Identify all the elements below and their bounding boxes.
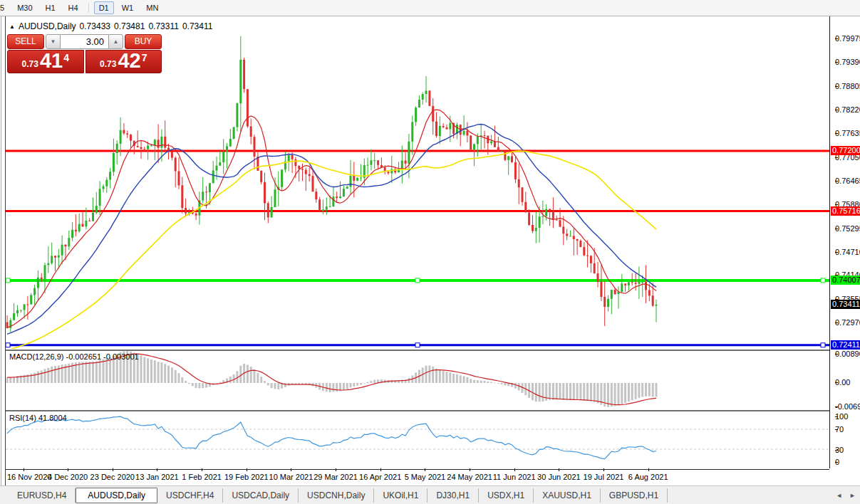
date-tick — [514, 468, 515, 471]
date-tick — [157, 468, 157, 471]
volume-increase-button[interactable]: ▲ — [108, 34, 123, 49]
tab-usdcnh-daily[interactable]: USDCNH,Daily — [299, 488, 374, 503]
volume-decrease-button[interactable]: ▼ — [46, 34, 61, 49]
tab-dj30-h1[interactable]: DJ30,H1 — [428, 488, 479, 503]
date-tick — [68, 468, 68, 471]
toolbar-separator — [88, 3, 89, 13]
trading-platform-window: 5 M30 H1 H4 D1 W1 MN 16 Nov 20204 Dec 20… — [0, 0, 860, 504]
one-click-trade-widget: SELL ▼ ▲ BUY 0.73 41 4 0.73 42 7 — [7, 34, 162, 73]
hline-price-tag: 0.77200 — [831, 146, 860, 155]
hline-price-tag: 0.75716 — [831, 206, 860, 216]
tab-usdcad-daily[interactable]: USDCAD,Daily — [223, 488, 299, 503]
rsi-indicator-panel[interactable] — [6, 410, 829, 470]
date-label: 1 Feb 2021 — [182, 473, 222, 481]
date-label: 16 Apr 2021 — [359, 473, 401, 481]
date-label: 13 Jan 2021 — [135, 473, 179, 481]
tab-usdx-h1[interactable]: USDX,H1 — [479, 488, 534, 503]
date-tick — [113, 468, 113, 471]
date-label: 10 Mar 2021 — [269, 473, 314, 481]
date-tick — [380, 468, 381, 471]
tab-scroll-right-icon[interactable]: ► — [849, 492, 856, 499]
date-tick — [24, 468, 24, 471]
price-tick-label: 0.72970 — [835, 318, 860, 327]
date-tick — [247, 468, 247, 471]
sell-price-pip: 4 — [63, 52, 69, 63]
sell-button[interactable]: SELL — [7, 34, 44, 49]
timeframe-button-d1[interactable]: D1 — [94, 1, 114, 14]
window-border-outer — [1, 16, 1, 485]
date-tick — [648, 468, 649, 471]
timeframe-button-m5[interactable]: 5 — [0, 1, 9, 14]
date-tick — [425, 468, 425, 471]
sell-price-prefix: 0.73 — [22, 59, 38, 69]
buy-price-tile[interactable]: 0.73 42 7 — [86, 50, 162, 73]
quote-low: 0.73311 — [148, 21, 179, 31]
tab-audusd-daily[interactable]: AUDUSD,Daily — [76, 488, 157, 503]
tab-ukoil-h1[interactable]: UKOil,H1 — [374, 488, 428, 503]
sell-price-tile[interactable]: 0.73 41 4 — [7, 50, 84, 73]
macd-scale-label: 0.00 — [835, 378, 850, 387]
timeframe-button-m30[interactable]: M30 — [12, 1, 37, 14]
date-label: 19 Jul 2021 — [584, 473, 624, 481]
rsi-scale-label: 70 — [835, 425, 844, 434]
timeframe-toolbar: 5 M30 H1 H4 D1 W1 MN — [0, 0, 860, 16]
macd-signal-line — [7, 354, 656, 405]
tab-usdchf-h4[interactable]: USDCHF,H4 — [157, 488, 223, 503]
price-tick-label: 0.76465 — [835, 177, 860, 185]
symbol-tab-bar: EURUSD,H4 AUDUSD,Daily USDCHF,H4 USDCAD,… — [0, 485, 860, 504]
price-tick-label: 0.78805 — [835, 82, 860, 90]
hline-handle[interactable] — [6, 343, 10, 347]
rsi-label: RSI(14) 41.8004 — [9, 414, 67, 422]
macd-label: MACD(12,26,9) -0.002651 -0.003001 — [9, 352, 139, 361]
macd-scale-label: -0.00697 — [835, 402, 860, 411]
date-axis: 16 Nov 20204 Dec 202023 Dec 202013 Jan 2… — [6, 468, 829, 485]
price-tick-label: 0.78220 — [835, 105, 860, 114]
rsi-scale-label: 100 — [835, 412, 848, 421]
hline-handle[interactable] — [415, 343, 420, 347]
moving-average-55 — [7, 151, 656, 349]
timeframe-button-mn[interactable]: MN — [141, 1, 163, 14]
hline-price-tag: 0.72411 — [831, 340, 860, 350]
hline-price-tag: 0.74007 — [831, 275, 860, 285]
price-tick-label: 0.77635 — [835, 129, 860, 137]
chart-title: ▲AUDUSD,Daily0.734330.734810.733110.7341… — [9, 21, 212, 31]
tab-scroll-arrows: ◄ ► — [836, 492, 856, 499]
hline-handle[interactable] — [415, 278, 420, 283]
moving-average-21 — [7, 125, 656, 335]
date-label: 30 Jun 2021 — [537, 473, 581, 481]
buy-button[interactable]: BUY — [125, 34, 162, 49]
quote-high: 0.73481 — [114, 21, 145, 31]
hline-handle[interactable] — [821, 278, 825, 283]
rsi-scale-label: 0 — [835, 458, 839, 466]
tab-eurusd-h4[interactable]: EURUSD,H4 — [9, 488, 76, 503]
date-tick — [470, 468, 470, 471]
date-tick — [559, 468, 559, 471]
current-price-tag: 0.73411 — [831, 300, 860, 309]
timeframe-button-h1[interactable]: H1 — [41, 1, 61, 14]
buy-price-prefix: 0.73 — [100, 59, 116, 69]
price-tick-label: 0.75295 — [835, 224, 860, 233]
rsi-scale-label: 30 — [835, 446, 844, 454]
price-scale: 0.799750.793900.788050.782200.776350.770… — [829, 16, 860, 468]
date-label: 16 Nov 2020 — [7, 473, 51, 481]
timeframe-button-h4[interactable]: H4 — [63, 1, 83, 14]
tab-xauusd-h1[interactable]: XAUUSD,H1 — [534, 488, 601, 503]
hline-handle[interactable] — [6, 278, 10, 283]
hline-handle[interactable] — [821, 343, 825, 347]
date-label: 24 May 2021 — [447, 473, 492, 481]
buy-price-pip: 7 — [142, 52, 147, 63]
quote-close: 0.73411 — [182, 21, 213, 31]
date-label: 4 Dec 2020 — [48, 473, 88, 481]
timeframe-button-w1[interactable]: W1 — [117, 1, 139, 14]
buy-price-big: 42 — [118, 51, 140, 71]
price-tick-label: 0.74710 — [835, 248, 860, 256]
date-label: 5 May 2021 — [405, 473, 445, 481]
date-label: 29 Mar 2021 — [314, 473, 358, 481]
volume-input[interactable] — [61, 34, 108, 49]
candles-group — [6, 36, 658, 332]
date-tick — [291, 468, 291, 471]
collapse-panel-icon[interactable]: ▲ — [9, 23, 15, 30]
rsi-line — [7, 416, 656, 459]
tab-gbpusd-h1[interactable]: GBPUSD,H1 — [601, 488, 668, 503]
tab-scroll-left-icon[interactable]: ◄ — [836, 492, 842, 499]
